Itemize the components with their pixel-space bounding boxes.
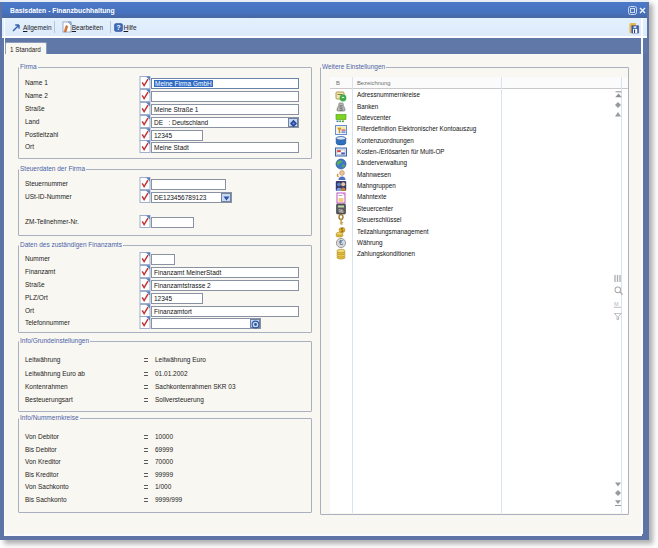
svg-text:?: ? [116, 23, 120, 32]
svg-text:M: M [614, 301, 619, 307]
svg-text:%: % [339, 208, 344, 214]
svg-text:€: € [339, 239, 343, 246]
svg-text:§: § [339, 104, 343, 111]
